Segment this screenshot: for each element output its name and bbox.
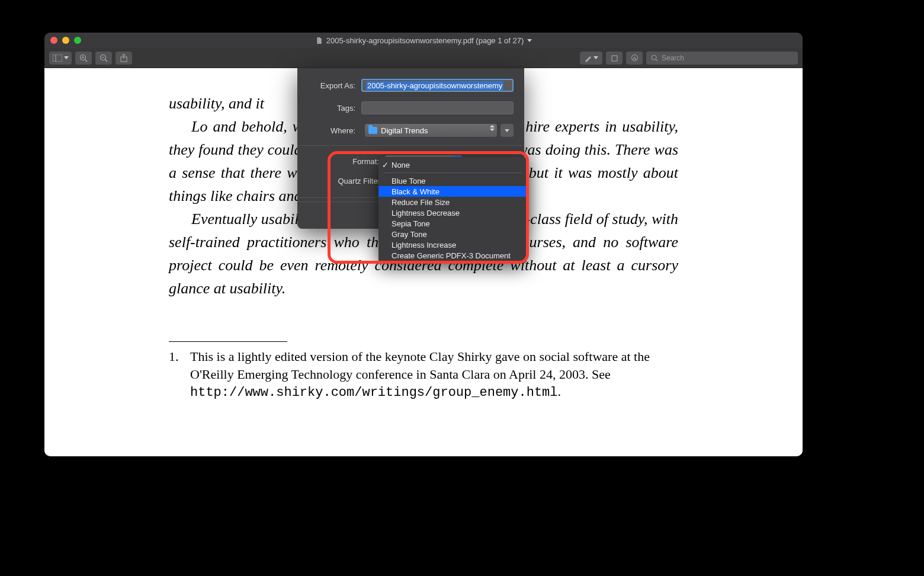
svg-line-3 <box>85 59 88 62</box>
menu-item-label: Lightness Decrease <box>392 209 460 217</box>
preview-window: 2005-shirky-agroupisitsownworstenemy.pdf… <box>44 33 803 456</box>
where-select[interactable]: Digital Trends <box>365 124 497 137</box>
menu-item[interactable]: Black & White <box>378 186 527 197</box>
where-row: Where: Digital Trends <box>297 119 524 142</box>
traffic-lights <box>50 37 81 44</box>
rotate-button[interactable] <box>606 52 623 65</box>
tags-input[interactable] <box>361 101 514 114</box>
footnote-end: . <box>558 384 562 399</box>
export-as-input[interactable]: 2005-shirky-agroupisitsownworstenemy <box>361 79 514 92</box>
export-as-label: Export As: <box>308 81 361 90</box>
export-as-value: 2005-shirky-agroupisitsownworstenemy <box>366 81 503 90</box>
zoom-window-button[interactable] <box>74 37 81 44</box>
divider <box>297 145 524 146</box>
annotate-button[interactable]: A <box>626 52 643 65</box>
search-icon <box>651 55 658 62</box>
stepper-icon <box>490 125 495 131</box>
tags-row: Tags: <box>297 97 524 119</box>
menu-item-label: None <box>392 161 410 169</box>
menu-item-label: Reduce File Size <box>392 198 450 207</box>
quartz-filter-label: Quartz Filter <box>308 177 385 185</box>
close-window-button[interactable] <box>50 37 57 44</box>
expand-button[interactable] <box>500 124 514 137</box>
menu-item[interactable]: ✓None <box>378 159 527 170</box>
toolbar: A Search <box>44 48 803 68</box>
footnote: 1. This is a lightly edited version of t… <box>169 348 678 402</box>
svg-line-15 <box>656 59 657 61</box>
titlebar: 2005-shirky-agroupisitsownworstenemy.pdf… <box>44 33 803 48</box>
format-label: Format: <box>308 157 385 166</box>
svg-point-14 <box>652 55 656 60</box>
menu-item-label: Create Generic PDFX-3 Document <box>392 251 511 260</box>
export-as-row: Export As: 2005-shirky-agroupisitsownwor… <box>297 68 524 97</box>
document-icon <box>315 37 323 44</box>
chevron-down-icon <box>527 39 532 42</box>
menu-item-label: Black & White <box>392 187 439 196</box>
menu-item[interactable]: Reduce File Size <box>378 197 527 207</box>
chevron-down-icon <box>505 129 509 132</box>
tags-label: Tags: <box>308 104 361 113</box>
menu-item[interactable]: Create Generic PDFX-3 Document <box>378 250 527 261</box>
search-placeholder: Search <box>662 54 684 62</box>
menu-item-label: Lightness Increase <box>392 241 456 249</box>
window-title-text: 2005-shirky-agroupisitsownworstenemy.pdf… <box>326 36 524 45</box>
footnote-rule <box>169 341 287 342</box>
menu-item-label: Sepia Tone <box>392 219 430 228</box>
quartz-filter-menu: ✓NoneBlue ToneBlack & WhiteReduce File S… <box>378 157 527 263</box>
where-value: Digital Trends <box>381 126 428 135</box>
menu-separator <box>383 172 522 173</box>
chevron-down-icon <box>593 56 598 59</box>
folder-icon <box>368 127 377 134</box>
svg-line-7 <box>105 59 108 62</box>
share-button[interactable] <box>116 52 132 65</box>
where-label: Where: <box>308 126 361 135</box>
menu-item[interactable]: Blue Tone <box>378 175 527 186</box>
zoom-in-button[interactable] <box>75 52 92 65</box>
footnote-number: 1. <box>169 348 182 402</box>
footnote-body: This is a lightly edited version of the … <box>190 348 678 402</box>
menu-item[interactable]: Gray Tone <box>378 229 527 239</box>
svg-rect-11 <box>612 56 617 61</box>
menu-item-label: Blue Tone <box>392 177 426 185</box>
menu-item-label: Gray Tone <box>392 230 427 239</box>
zoom-out-button[interactable] <box>95 52 112 65</box>
menu-item[interactable]: Lightness Increase <box>378 239 527 250</box>
markup-button[interactable] <box>580 52 602 65</box>
menu-item[interactable]: Lightness Decrease <box>378 207 527 218</box>
search-input[interactable]: Search <box>646 52 798 65</box>
menu-item[interactable]: Sepia Tone <box>378 218 527 229</box>
svg-text:A: A <box>633 56 636 61</box>
minimize-window-button[interactable] <box>62 37 69 44</box>
footnote-text: This is a lightly edited version of the … <box>190 349 650 382</box>
footnote-url: http://www.shirky.com/writings/group_ene… <box>190 385 558 400</box>
window-title[interactable]: 2005-shirky-agroupisitsownworstenemy.pdf… <box>315 36 532 45</box>
svg-rect-0 <box>53 55 62 62</box>
sidebar-toggle-button[interactable] <box>49 52 72 65</box>
chevron-down-icon <box>64 56 69 59</box>
check-icon: ✓ <box>382 161 389 169</box>
